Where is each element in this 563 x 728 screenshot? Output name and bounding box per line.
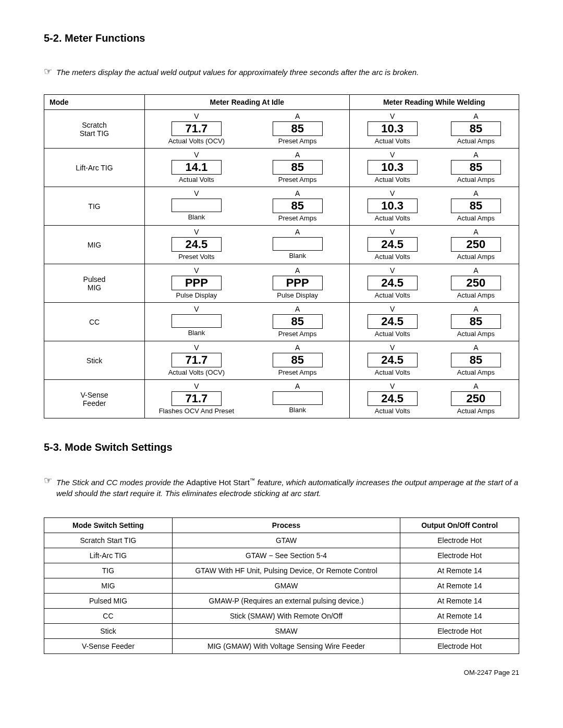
- table-row: MIGGMAWAt Remote 14: [44, 578, 519, 593]
- process-cell: GMAW-P (Requires an external pulsing dev…: [172, 593, 400, 608]
- reading-block: A85Preset Amps: [249, 112, 346, 145]
- process-cell: GTAW With HF Unit, Pulsing Device, Or Re…: [172, 563, 400, 578]
- process-cell: GTAW: [172, 533, 400, 548]
- process-cell: GMAW: [172, 578, 400, 593]
- table-row: TIGVBlankA85Preset AmpsV10.3Actual Volts…: [44, 187, 519, 226]
- reading-block: A85Actual Amps: [436, 189, 516, 222]
- control-cell: At Remote 14: [400, 578, 519, 593]
- reading-value-box: 250: [451, 391, 501, 406]
- reading-top-label: A: [473, 228, 478, 236]
- reading-value-box: 85: [451, 353, 501, 367]
- meter-col-weld: Meter Reading While Welding: [349, 95, 519, 110]
- table-row: StickV71.7Actual Volts (OCV)A85Preset Am…: [44, 341, 519, 380]
- reading-block: V14.1Actual Volts: [148, 151, 245, 183]
- idle-cell: V71.7Flashes OCV And PresetABlank: [145, 380, 350, 418]
- reading-block: VPPPPulse Display: [148, 266, 245, 299]
- reading-value-box: 24.5: [368, 353, 418, 367]
- idle-cell: V71.7Actual Volts (OCV)A85Preset Amps: [145, 341, 350, 380]
- reading-top-label: V: [194, 228, 199, 236]
- reading-top-label: V: [194, 305, 199, 313]
- reading-value-box: 10.3: [368, 199, 418, 213]
- table-row: Lift-Arc TIGGTAW − See Section 5-4Electr…: [44, 548, 519, 563]
- reading-block: A85Preset Amps: [249, 305, 346, 338]
- reading-value-box: [172, 314, 222, 328]
- reading-block: V71.7Actual Volts (OCV): [148, 112, 245, 145]
- reading-top-label: V: [390, 305, 395, 313]
- reading-block: V10.3Actual Volts: [353, 189, 432, 222]
- reading-block: V24.5Preset Volts: [148, 228, 245, 261]
- reading-value-box: 250: [451, 237, 501, 252]
- mode-line: Pulsed: [47, 275, 141, 283]
- reading-top-label: V: [390, 112, 395, 120]
- note-tm: ™: [250, 477, 255, 483]
- meter-col-mode: Mode: [44, 95, 145, 110]
- reading-value-box: 24.5: [172, 237, 222, 252]
- mode-cell: V-Sense Feeder: [44, 638, 173, 653]
- mode-cell: TIG: [44, 563, 173, 578]
- mode-line: CC: [47, 318, 141, 326]
- control-cell: Electrode Hot: [400, 623, 519, 638]
- section-5-3-note: The Stick and CC modes provide the Adapt…: [56, 476, 519, 499]
- reading-top-label: V: [194, 189, 199, 198]
- control-cell: Electrode Hot: [400, 638, 519, 653]
- reading-value-box: 14.1: [172, 160, 222, 175]
- reading-block: VBlank: [148, 305, 245, 338]
- reading-block: V24.5Actual Volts: [353, 382, 432, 415]
- control-cell: At Remote 14: [400, 563, 519, 578]
- mode-cell: Stick: [44, 341, 145, 380]
- reading-block: APPPPulse Display: [249, 266, 346, 299]
- table-row: MIGV24.5Preset VoltsABlankV24.5Actual Vo…: [44, 226, 519, 264]
- modes-col-mode: Mode Switch Setting: [44, 517, 173, 533]
- pointing-hand-icon: ☞: [44, 476, 52, 485]
- reading-top-label: V: [194, 151, 199, 159]
- reading-bottom-label: Pulse Display: [176, 291, 217, 299]
- section-5-3-note-row: ☞ The Stick and CC modes provide the Ada…: [44, 476, 519, 499]
- reading-bottom-label: Blank: [289, 406, 306, 414]
- reading-bottom-label: Actual Volts (OCV): [168, 137, 225, 145]
- table-row: Lift-Arc TIGV14.1Actual VoltsA85Preset A…: [44, 149, 519, 187]
- section-5-2-note: The meters display the actual weld outpu…: [56, 67, 419, 78]
- mode-line: V-Sense: [47, 391, 141, 399]
- table-row: CCVBlankA85Preset AmpsV24.5Actual VoltsA…: [44, 303, 519, 341]
- mode-line: TIG: [47, 202, 141, 211]
- reading-value-box: 85: [451, 160, 501, 175]
- reading-top-label: V: [390, 266, 395, 275]
- reading-block: V24.5Actual Volts: [353, 228, 432, 261]
- weld-cell: V24.5Actual VoltsA250Actual Amps: [349, 226, 519, 264]
- reading-block: A85Actual Amps: [436, 343, 516, 376]
- mode-line: Scratch: [47, 121, 141, 129]
- reading-block: V10.3Actual Volts: [353, 151, 432, 183]
- reading-bottom-label: Blank: [188, 213, 205, 221]
- reading-bottom-label: Actual Amps: [457, 253, 495, 261]
- reading-block: A85Actual Amps: [436, 151, 516, 183]
- reading-bottom-label: Blank: [289, 252, 306, 260]
- mode-cell: PulsedMIG: [44, 264, 145, 303]
- reading-top-label: V: [194, 343, 199, 352]
- reading-block: V24.5Actual Volts: [353, 343, 432, 376]
- reading-top-label: V: [194, 112, 199, 120]
- note-mid: Adaptive Hot Start: [186, 478, 250, 487]
- table-row: CCStick (SMAW) With Remote On/OffAt Remo…: [44, 608, 519, 623]
- mode-line: MIG: [47, 283, 141, 292]
- mode-cell: CC: [44, 303, 145, 341]
- reading-top-label: A: [473, 112, 478, 120]
- mode-cell: MIG: [44, 578, 173, 593]
- reading-bottom-label: Actual Volts: [375, 407, 410, 415]
- section-5-2-heading: 5-2. Meter Functions: [44, 32, 519, 44]
- reading-bottom-label: Actual Volts: [375, 176, 410, 183]
- mode-cell: TIG: [44, 187, 145, 226]
- reading-block: A85Actual Amps: [436, 112, 516, 145]
- reading-value-box: 24.5: [368, 391, 418, 406]
- reading-bottom-label: Actual Amps: [457, 330, 495, 338]
- reading-value-box: 85: [273, 121, 323, 136]
- reading-value-box: 250: [451, 276, 501, 290]
- mode-cell: Lift-Arc TIG: [44, 548, 173, 563]
- table-row: V-Sense FeederMIG (GMAW) With Voltage Se…: [44, 638, 519, 653]
- section-5-3-heading: 5-3. Mode Switch Settings: [44, 441, 519, 453]
- table-row: TIGGTAW With HF Unit, Pulsing Device, Or…: [44, 563, 519, 578]
- reading-value-box: [172, 199, 222, 212]
- mode-line: Feeder: [47, 399, 141, 408]
- note-pre: The Stick and CC modes provide the: [56, 478, 186, 487]
- reading-bottom-label: Actual Volts: [375, 291, 410, 299]
- idle-cell: VBlankA85Preset Amps: [145, 303, 350, 341]
